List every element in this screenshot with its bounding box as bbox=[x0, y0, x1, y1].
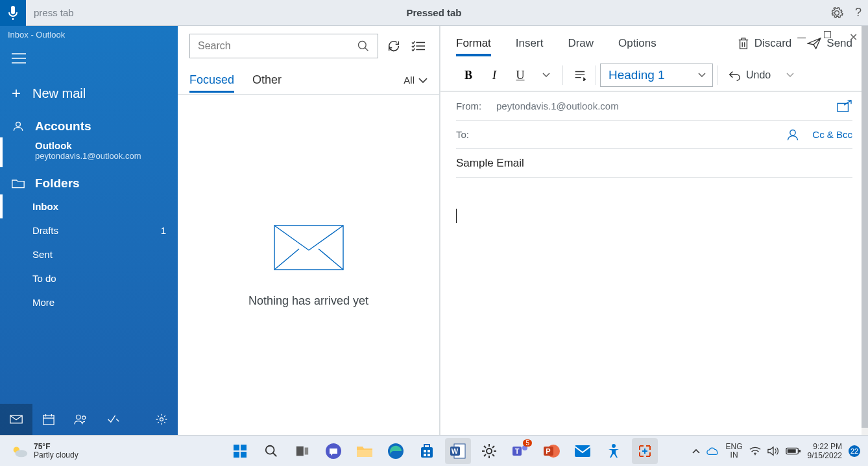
chat-icon bbox=[325, 443, 342, 460]
undo-button[interactable]: Undo bbox=[721, 69, 801, 81]
underline-button[interactable]: U bbox=[508, 64, 533, 86]
edge-icon bbox=[387, 443, 404, 460]
date: 9/15/2022 bbox=[808, 451, 842, 460]
tab-other[interactable]: Other bbox=[252, 68, 282, 92]
folder-label: Inbox bbox=[32, 201, 58, 212]
voice-command-bar: press tab Pressed tab ? bbox=[0, 0, 868, 26]
folder-todo[interactable]: To do bbox=[0, 266, 178, 290]
calendar-icon bbox=[43, 414, 54, 425]
minimize-button[interactable]: ─ bbox=[797, 31, 806, 45]
svg-point-39 bbox=[754, 454, 756, 455]
clock[interactable]: 9:22 PM 9/15/2022 bbox=[808, 442, 842, 460]
new-mail-button[interactable]: + New mail bbox=[0, 76, 178, 110]
todo-view-button[interactable] bbox=[97, 404, 130, 435]
edge-browser[interactable] bbox=[383, 438, 409, 464]
search-input[interactable] bbox=[198, 40, 357, 52]
file-explorer[interactable] bbox=[352, 438, 378, 464]
bold-button[interactable]: B bbox=[456, 64, 481, 86]
folder-more[interactable]: More bbox=[0, 290, 178, 314]
folder-drafts[interactable]: Drafts1 bbox=[0, 218, 178, 242]
chevron-down-icon bbox=[418, 77, 428, 84]
compose-pane: Format Insert Draw Options Discard Send … bbox=[440, 26, 868, 435]
time: 9:22 PM bbox=[808, 442, 842, 451]
heading-select[interactable]: Heading 1 bbox=[600, 64, 713, 87]
task-view-button[interactable] bbox=[289, 438, 315, 464]
divider bbox=[596, 65, 596, 85]
tab-options[interactable]: Options bbox=[618, 30, 657, 56]
weather-temp: 75°F bbox=[34, 443, 78, 451]
filter-dropdown[interactable]: All bbox=[404, 75, 428, 86]
weather-widget[interactable]: 75°F Partly cloudy bbox=[0, 443, 78, 460]
search-button[interactable] bbox=[258, 438, 284, 464]
chat-app[interactable] bbox=[320, 438, 346, 464]
maximize-button[interactable] bbox=[824, 31, 831, 38]
tab-format[interactable]: Format bbox=[456, 30, 491, 56]
start-button[interactable] bbox=[227, 438, 253, 464]
mail-view-button[interactable] bbox=[0, 404, 32, 435]
snip-icon bbox=[637, 443, 653, 459]
accounts-header[interactable]: Accounts bbox=[0, 110, 178, 137]
lang-secondary: IN bbox=[726, 451, 743, 460]
to-row[interactable]: To: Cc & Bcc bbox=[456, 121, 852, 149]
folder-inbox[interactable]: Inbox bbox=[0, 194, 178, 218]
tray-chevron-icon[interactable] bbox=[692, 448, 700, 454]
folders-header[interactable]: Folders bbox=[0, 167, 178, 194]
italic-button[interactable]: I bbox=[482, 64, 507, 86]
folder-sent[interactable]: Sent bbox=[0, 242, 178, 266]
search-icon[interactable] bbox=[357, 40, 370, 52]
scrollbar[interactable] bbox=[862, 26, 868, 435]
tab-draw[interactable]: Draw bbox=[568, 30, 594, 56]
chevron-down-icon bbox=[542, 73, 550, 78]
checklist-icon bbox=[411, 40, 426, 52]
help-icon[interactable]: ? bbox=[855, 6, 862, 19]
tab-insert[interactable]: Insert bbox=[516, 30, 544, 56]
popout-icon[interactable] bbox=[837, 100, 852, 113]
svg-rect-19 bbox=[357, 450, 372, 457]
svg-rect-37 bbox=[575, 445, 590, 457]
language-indicator[interactable]: ENG IN bbox=[726, 443, 743, 460]
folder-label: Sent bbox=[32, 249, 53, 260]
select-mode-button[interactable] bbox=[409, 37, 428, 55]
wifi-icon[interactable] bbox=[749, 447, 761, 456]
font-dropdown[interactable] bbox=[534, 64, 559, 86]
settings-app[interactable] bbox=[476, 438, 502, 464]
teams-app[interactable]: T5 bbox=[507, 438, 533, 464]
close-button[interactable]: ✕ bbox=[849, 31, 858, 45]
from-value[interactable]: peytondavis.1@outlook.com bbox=[496, 100, 619, 111]
volume-icon[interactable] bbox=[767, 446, 779, 456]
settings-gear-icon[interactable] bbox=[830, 6, 843, 19]
mail-app[interactable] bbox=[570, 438, 596, 464]
battery-icon[interactable] bbox=[786, 447, 801, 456]
microsoft-store[interactable] bbox=[414, 438, 440, 464]
svg-point-15 bbox=[266, 445, 274, 454]
settings-button[interactable] bbox=[145, 404, 178, 435]
svg-point-10 bbox=[15, 450, 27, 457]
paragraph-button[interactable] bbox=[567, 64, 592, 86]
svg-point-2 bbox=[76, 415, 80, 419]
system-tray: ENG IN 9:22 PM 9/15/2022 22 bbox=[692, 442, 860, 460]
account-name: Outlook bbox=[35, 140, 171, 151]
powerpoint-app[interactable]: P bbox=[538, 438, 564, 464]
contact-picker-icon[interactable] bbox=[786, 128, 799, 141]
accessibility-app[interactable] bbox=[601, 438, 627, 464]
scrollbar-thumb[interactable] bbox=[862, 26, 868, 428]
menu-toggle[interactable] bbox=[0, 47, 178, 73]
tab-focused[interactable]: Focused bbox=[189, 68, 234, 92]
snipping-tool[interactable] bbox=[632, 438, 658, 464]
people-view-button[interactable] bbox=[65, 404, 97, 435]
subject-field[interactable]: Sample Email bbox=[456, 149, 852, 178]
svg-text:P: P bbox=[546, 447, 550, 455]
notification-badge[interactable]: 22 bbox=[849, 445, 860, 457]
ccbcc-button[interactable]: Cc & Bcc bbox=[812, 129, 852, 140]
microphone-button[interactable] bbox=[0, 0, 26, 26]
search-box[interactable] bbox=[189, 34, 378, 58]
discard-button[interactable]: Discard bbox=[738, 37, 792, 50]
onedrive-icon[interactable] bbox=[706, 447, 719, 456]
calendar-view-button[interactable] bbox=[32, 404, 65, 435]
voice-status-text: Pressed tab bbox=[406, 7, 461, 18]
account-item[interactable]: Outlook peytondavis.1@outlook.com bbox=[0, 137, 178, 167]
word-app[interactable]: W bbox=[445, 438, 471, 464]
message-body[interactable] bbox=[456, 191, 852, 422]
svg-rect-12 bbox=[241, 445, 247, 450]
refresh-button[interactable] bbox=[385, 37, 403, 55]
